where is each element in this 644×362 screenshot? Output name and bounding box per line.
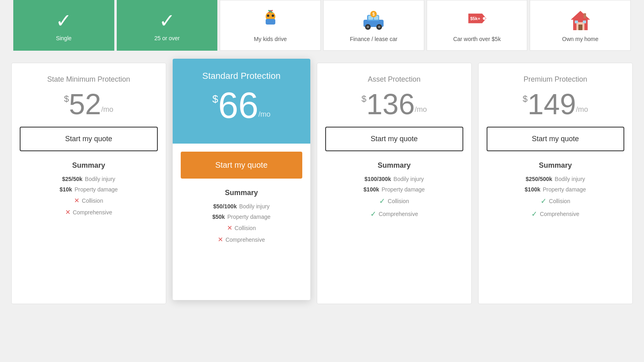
cross-icon: ✕ xyxy=(74,197,79,204)
plan-premium-row-1: $100k Property damage xyxy=(487,186,625,193)
summary-desc: Collision xyxy=(235,225,256,231)
svg-rect-25 xyxy=(584,13,586,18)
summary-amount: $50k xyxy=(212,214,225,220)
plan-state-minimum-summary-title: Summary xyxy=(72,161,105,170)
summary-amount: $100k xyxy=(363,186,379,193)
svg-point-13 xyxy=(367,26,369,28)
plan-state-minimum-dollar: $ xyxy=(64,94,69,104)
plan-premium-row-2: ✓ Collision xyxy=(487,197,625,206)
plan-asset-price-container: $ 136 /mo xyxy=(361,90,427,119)
plan-asset-dollar: $ xyxy=(361,94,366,104)
svg-point-3 xyxy=(272,14,274,17)
plan-premium-summary-title: Summary xyxy=(539,161,572,170)
summary-desc: Property damage xyxy=(74,186,118,193)
plan-state-minimum-quote-btn[interactable]: Start my quote xyxy=(20,127,158,151)
plan-asset-per-mo: /mo xyxy=(415,105,427,114)
svg-rect-1 xyxy=(266,19,275,25)
plan-premium-quote-btn[interactable]: Start my quote xyxy=(487,127,625,151)
plan-state-minimum-row-2: ✕ Collision xyxy=(20,197,158,204)
car-worth-icon: $5k+ xyxy=(465,8,489,33)
svg-rect-23 xyxy=(575,21,578,23)
tile-25-or-over[interactable]: ✓ 25 or over xyxy=(117,0,218,51)
cross-icon: ✕ xyxy=(65,208,70,216)
finance-car-icon: $ xyxy=(361,8,386,33)
summary-desc: Collision xyxy=(549,198,570,204)
checkmark-icon: ✓ xyxy=(159,9,175,32)
summary-desc: Bodily injury xyxy=(85,176,115,182)
tile-finance-lease-label: Finance / lease car xyxy=(350,36,397,42)
summary-amount: $100/300k xyxy=(364,176,391,182)
check-icon: ✓ xyxy=(531,210,537,218)
plan-standard-per-mo: /mo xyxy=(258,110,270,119)
summary-desc: Comprehensive xyxy=(225,237,265,243)
plan-premium-name: Premium Protection xyxy=(524,75,587,84)
summary-desc: Comprehensive xyxy=(540,211,579,217)
summary-desc: Collision xyxy=(388,198,409,204)
plan-premium-dollar: $ xyxy=(523,94,528,104)
plan-premium-price-container: $ 149 /mo xyxy=(523,90,588,119)
check-icon: ✓ xyxy=(379,197,385,206)
tile-car-worth-label: Car worth over $5k xyxy=(453,36,501,42)
tile-own-home-label: Own my home xyxy=(562,36,599,42)
plan-asset-row-3: ✓ Comprehensive xyxy=(325,210,463,218)
plan-state-minimum-price-container: $ 52 /mo xyxy=(64,90,113,119)
svg-text:$: $ xyxy=(373,12,375,16)
plan-asset: Asset Protection $ 136 /mo Start my quot… xyxy=(317,63,472,304)
plan-standard-body: Start my quote Summary $50/100k Bodily i… xyxy=(173,144,311,255)
tile-car-worth[interactable]: $5k+ Car worth over $5k xyxy=(427,0,528,51)
check-icon: ✓ xyxy=(370,210,376,218)
tile-kids-drive[interactable]: My kids drive xyxy=(220,0,321,51)
summary-amount: $250/500k xyxy=(526,176,552,182)
summary-desc: Property damage xyxy=(543,186,586,193)
plan-asset-name: Asset Protection xyxy=(368,75,421,84)
top-tiles-section: ✓ Single ✓ 25 or over My kids drive xyxy=(0,0,644,63)
tile-kids-drive-label: My kids drive xyxy=(254,36,287,42)
plan-state-minimum-row-3: ✕ Comprehensive xyxy=(20,208,158,216)
svg-rect-24 xyxy=(583,21,586,23)
summary-desc: Collision xyxy=(82,197,103,204)
plan-asset-row-1: $100k Property damage xyxy=(325,186,463,193)
summary-amount: $25/50k xyxy=(62,176,83,182)
plan-standard: Standard Protection $ 66 /mo Start my qu… xyxy=(173,59,311,300)
summary-desc: Bodily injury xyxy=(555,176,585,182)
tile-25-or-over-label: 25 or over xyxy=(154,35,180,41)
summary-amount: $50/100k xyxy=(213,203,237,210)
plan-standard-row-0: $50/100k Bodily injury xyxy=(181,203,303,210)
svg-point-15 xyxy=(378,26,380,28)
plan-standard-quote-btn[interactable]: Start my quote xyxy=(181,152,303,179)
plan-standard-summary-title: Summary xyxy=(225,189,258,197)
svg-point-2 xyxy=(267,14,269,17)
summary-amount: $10k xyxy=(60,186,72,193)
plan-standard-name: Standard Protection xyxy=(181,71,303,81)
tile-finance-lease[interactable]: $ Finance / lease car xyxy=(323,0,424,51)
tile-single[interactable]: ✓ Single xyxy=(13,0,114,51)
plan-premium: Premium Protection $ 149 /mo Start my qu… xyxy=(478,63,633,304)
kids-drive-icon xyxy=(258,8,283,33)
summary-amount: $100k xyxy=(525,186,541,193)
summary-desc: Bodily injury xyxy=(239,203,269,210)
pricing-section: State Minimum Protection $ 52 /mo Start … xyxy=(0,63,644,304)
plan-state-minimum-name: State Minimum Protection xyxy=(47,75,130,84)
plan-asset-summary-title: Summary xyxy=(378,161,411,170)
summary-desc: Property damage xyxy=(382,186,425,193)
checkmark-icon: ✓ xyxy=(56,9,72,32)
svg-text:$5k+: $5k+ xyxy=(470,16,481,21)
plan-premium-per-mo: /mo xyxy=(576,105,588,114)
plan-premium-row-0: $250/500k Bodily injury xyxy=(487,176,625,182)
plan-asset-amount: 136 xyxy=(366,90,415,119)
plan-asset-row-2: ✓ Collision xyxy=(325,197,463,206)
plan-asset-quote-btn[interactable]: Start my quote xyxy=(325,127,463,151)
plan-standard-row-2: ✕ Collision xyxy=(181,224,303,232)
plan-premium-row-3: ✓ Comprehensive xyxy=(487,210,625,218)
plan-standard-amount: 66 xyxy=(218,87,258,123)
plan-standard-price-container: $ 66 /mo xyxy=(181,87,303,123)
tile-single-label: Single xyxy=(56,35,72,41)
plan-state-minimum-row-1: $10k Property damage xyxy=(20,186,158,193)
plan-standard-dollar: $ xyxy=(212,93,218,105)
summary-desc: Bodily injury xyxy=(394,176,424,182)
tile-own-home[interactable]: Own my home xyxy=(530,0,631,51)
summary-desc: Comprehensive xyxy=(379,211,418,217)
plan-standard-row-1: $50k Property damage xyxy=(181,214,303,220)
svg-point-19 xyxy=(483,17,486,20)
plan-asset-row-0: $100/300k Bodily injury xyxy=(325,176,463,182)
